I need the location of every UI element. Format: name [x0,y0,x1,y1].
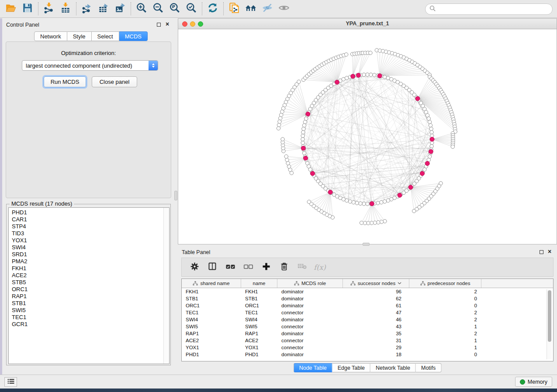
select-all-button[interactable] [225,261,236,273]
table-scrollbar[interactable] [547,289,552,359]
tab-node-table[interactable]: Node Table [294,363,332,372]
column-header-name[interactable]: name [241,279,277,288]
close-panel-icon[interactable]: × [548,248,551,255]
import-network-button[interactable] [41,1,57,17]
show-all-button[interactable] [276,1,292,17]
network-canvas[interactable] [178,29,557,244]
tab-style[interactable]: Style [67,31,92,41]
table-row[interactable]: YOX1YOX1connector291 [182,344,553,351]
mcds-result-item[interactable]: PMA2 [12,258,169,265]
search-box[interactable] [425,3,553,15]
float-window-icon[interactable] [157,23,161,27]
column-header-shared-name[interactable]: shared name [182,279,241,288]
first-neighbors-button[interactable] [242,1,259,17]
zoom-selected-button[interactable] [183,1,200,17]
deselect-all-button[interactable] [242,261,254,273]
column-header-mcds-role[interactable]: MCDS role [277,279,343,288]
export-network-button[interactable] [79,1,95,17]
table-row[interactable]: FKH1FKH1dominator962 [182,288,553,295]
tab-motifs[interactable]: Motifs [416,363,441,372]
mcds-result-item[interactable]: PHD1 [12,209,169,216]
float-window-icon[interactable] [540,250,543,254]
refresh-view-button[interactable] [204,1,221,17]
zoom-in-button[interactable] [133,1,150,17]
network-window-titlebar[interactable]: YPA_prune.txt_1 [178,19,557,29]
toolbar-separator [202,2,202,15]
mcds-result-item[interactable]: STB5 [12,279,169,286]
mcds-result-item[interactable]: GCR1 [12,321,169,328]
table-scrollbar-thumb[interactable] [548,290,551,342]
vertical-splitter-handle[interactable] [174,191,177,200]
mcds-result-item[interactable]: TID3 [12,230,169,237]
horizontal-splitter-handle[interactable] [363,243,370,246]
delete-table-icon [298,263,307,271]
mcds-result-item[interactable]: SRD1 [12,251,169,258]
cell-successor-nodes: 43 [343,324,409,329]
cell-predecessor-nodes: 0 [409,296,481,301]
zoom-fit-button[interactable] [166,1,183,17]
tab-edge-table[interactable]: Edge Table [332,363,370,372]
column-header-predecessor-nodes[interactable]: predecessor nodes [409,279,481,288]
cell-shared-name: TEC1 [182,310,241,315]
table-row[interactable]: STB1STB1dominator620 [182,295,553,302]
tab-mcds[interactable]: MCDS [119,31,148,41]
mcds-result-item[interactable]: STP4 [12,223,169,230]
function-builder-button[interactable]: f(x) [314,261,325,273]
open-file-button[interactable] [3,1,19,17]
table-row[interactable]: ACE2ACE2connector311 [182,337,553,344]
main-toolbar [0,0,557,18]
table-row[interactable]: SWI4SWI4dominator462 [182,316,553,323]
table-row[interactable]: RAP1RAP1dominator352 [182,330,553,337]
table-row[interactable]: PHD1PHD1dominator180 [182,351,553,358]
cell-predecessor-nodes: 1 [409,338,481,343]
import-table-icon [60,2,71,15]
mcds-list-scrollbar[interactable] [163,208,168,364]
hide-selected-button[interactable] [259,1,276,17]
mcds-result-item[interactable]: TEC1 [12,314,169,321]
cell-predecessor-nodes: 2 [409,317,481,322]
cell-predecessor-nodes: 1 [409,345,481,350]
tab-network[interactable]: Network [34,31,67,41]
tab-network-table[interactable]: Network Table [370,363,416,372]
table-row[interactable]: SWI5SWI5connector431 [182,323,553,330]
task-history-button[interactable] [4,377,17,387]
delete-table-button[interactable] [296,261,308,273]
cell-mcds-role: connector [277,324,343,329]
column-layout-button[interactable] [207,261,218,273]
search-input[interactable] [439,6,548,12]
run-mcds-button[interactable]: Run MCDS [44,76,86,87]
mcds-result-item[interactable]: RAP1 [12,293,169,300]
export-table-button[interactable] [95,1,112,17]
mcds-result-item[interactable]: FKH1 [12,265,169,272]
mcds-result-item[interactable]: SWI5 [12,307,169,314]
mcds-result-item[interactable]: YOX1 [12,237,169,244]
table-row[interactable]: ORC1ORC1dominator610 [182,302,553,309]
column-header-successor-nodes[interactable]: successor nodes [343,279,409,288]
tab-select[interactable]: Select [92,31,119,41]
add-column-button[interactable] [260,261,272,273]
cell-successor-nodes: 29 [343,345,409,350]
cell-name: YOX1 [241,345,277,350]
close-panel-icon[interactable]: × [166,21,169,28]
table-row[interactable]: TEC1TEC1connector472 [182,309,553,316]
memory-button[interactable]: Memory [515,377,552,387]
mcds-result-item[interactable]: CAR1 [12,216,169,223]
mcds-result-item[interactable]: SWI4 [12,244,169,251]
table-settings-button[interactable] [189,261,200,273]
export-image-button[interactable] [112,1,128,17]
toolbar-separator [223,2,224,15]
cell-mcds-role: dominator [277,317,343,322]
import-table-button[interactable] [57,1,74,17]
delete-column-button[interactable] [278,261,290,273]
export-table-icon [98,2,109,15]
mcds-result-item[interactable]: STB1 [12,300,169,307]
mcds-result-item[interactable]: ACE2 [12,272,169,279]
criterion-select[interactable]: largest connected component (undirected) [22,60,158,71]
zoom-out-button[interactable] [150,1,166,17]
close-panel-button[interactable]: Close panel [92,76,137,87]
mcds-result-item[interactable]: ORC1 [12,286,169,293]
clone-network-button[interactable] [226,1,242,17]
zoom-fit-icon [169,2,180,15]
save-session-button[interactable] [19,1,36,17]
mcds-result-list: PHD1CAR1STP4TID3YOX1SWI4SRD1PMA2FKH1ACE2… [8,207,170,364]
